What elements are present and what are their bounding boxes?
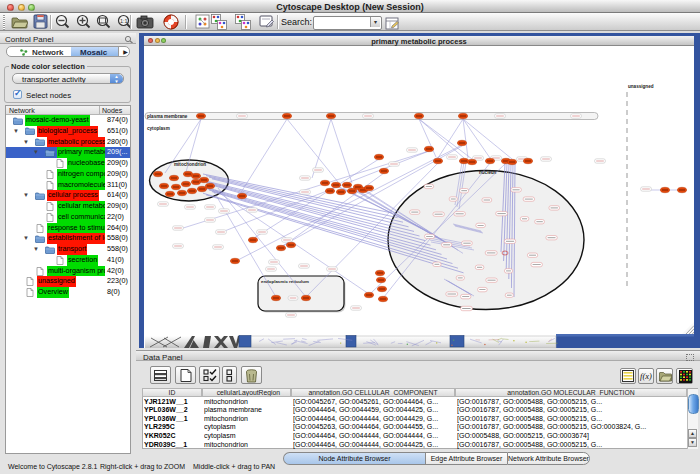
svg-text:endoplasmic reticulum: endoplasmic reticulum: [261, 279, 309, 284]
svg-text:cytoplasm: cytoplasm: [147, 126, 170, 131]
svg-text:mitochondrion: mitochondrion: [174, 162, 206, 167]
svg-text:plasma membrane: plasma membrane: [147, 114, 188, 119]
svg-text:unassigned: unassigned: [628, 84, 654, 89]
svg-text:1:1: 1:1: [120, 18, 128, 24]
